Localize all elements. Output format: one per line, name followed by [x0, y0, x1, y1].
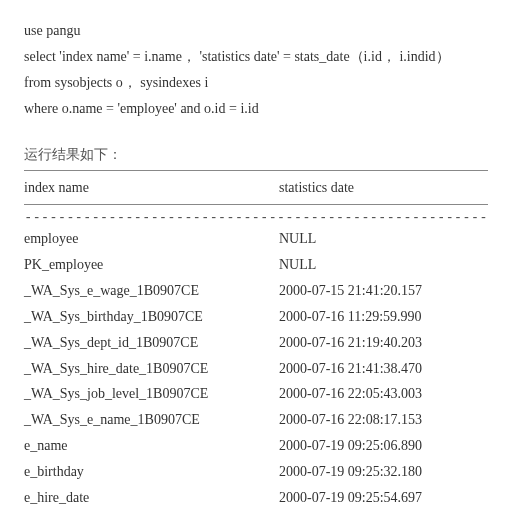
cell-index-name: employee: [24, 226, 279, 252]
cell-statistics-date: 2000-07-16 21:41:38.470: [279, 356, 488, 382]
divider: [24, 170, 488, 171]
sql-code-block: use pangu select 'index name' = i.name， …: [24, 18, 488, 122]
cell-index-name: _WA_Sys_dept_id_1B0907CE: [24, 330, 279, 356]
table-row: e_hire_date2000-07-19 09:25:54.697: [24, 485, 488, 511]
cell-statistics-date: 2000-07-16 22:05:43.003: [279, 381, 488, 407]
table-row: e_name2000-07-19 09:25:06.890: [24, 433, 488, 459]
code-line: where o.name = 'employee' and o.id = i.i…: [24, 96, 488, 122]
cell-statistics-date: 2000-07-15 21:41:20.157: [279, 278, 488, 304]
cell-statistics-date: 2000-07-19 09:25:32.180: [279, 459, 488, 485]
table-row: _WA_Sys_dept_id_1B0907CE2000-07-16 21:19…: [24, 330, 488, 356]
cell-statistics-date: 2000-07-19 09:25:54.697: [279, 485, 488, 511]
table-row: PK_employee NULL: [24, 252, 488, 278]
table-row: employeeNULL: [24, 226, 488, 252]
cell-index-name: _WA_Sys_job_level_1B0907CE: [24, 381, 279, 407]
code-line: select 'index name' = i.name， 'statistic…: [24, 44, 488, 70]
header-statistics-date: statistics date: [279, 175, 488, 201]
cell-statistics-date: NULL: [279, 226, 488, 252]
result-label: 运行结果如下：: [24, 142, 488, 168]
code-line: from sysobjects o， sysindexes i: [24, 70, 488, 96]
table-row: _WA_Sys_e_wage_1B0907CE2000-07-15 21:41:…: [24, 278, 488, 304]
cell-statistics-date: 2000-07-16 22:08:17.153: [279, 407, 488, 433]
header-index-name: index name: [24, 175, 279, 201]
result-rows: employeeNULLPK_employee NULL_WA_Sys_e_wa…: [24, 226, 488, 511]
cell-index-name: _WA_Sys_hire_date_1B0907CE: [24, 356, 279, 382]
table-row: _WA_Sys_hire_date_1B0907CE 2000-07-16 21…: [24, 356, 488, 382]
cell-index-name: e_name: [24, 433, 279, 459]
table-row: _WA_Sys_job_level_1B0907CE 2000-07-16 22…: [24, 381, 488, 407]
divider: [24, 204, 488, 205]
cell-index-name: e_hire_date: [24, 485, 279, 511]
table-row: _WA_Sys_e_name_1B0907CE2000-07-16 22:08:…: [24, 407, 488, 433]
cell-index-name: PK_employee: [24, 252, 279, 278]
cell-statistics-date: NULL: [279, 252, 488, 278]
cell-statistics-date: 2000-07-16 11:29:59.990: [279, 304, 488, 330]
dash-separator: ----------------------------------------…: [24, 209, 488, 226]
table-row: _WA_Sys_birthday_1B0907CE2000-07-16 11:2…: [24, 304, 488, 330]
cell-index-name: e_birthday: [24, 459, 279, 485]
cell-statistics-date: 2000-07-16 21:19:40.203: [279, 330, 488, 356]
cell-index-name: _WA_Sys_e_wage_1B0907CE: [24, 278, 279, 304]
cell-statistics-date: 2000-07-19 09:25:06.890: [279, 433, 488, 459]
cell-index-name: _WA_Sys_e_name_1B0907CE: [24, 407, 279, 433]
cell-index-name: _WA_Sys_birthday_1B0907CE: [24, 304, 279, 330]
table-row: e_birthday 2000-07-19 09:25:32.180: [24, 459, 488, 485]
code-line: use pangu: [24, 18, 488, 44]
result-header: index name statistics date: [24, 175, 488, 201]
